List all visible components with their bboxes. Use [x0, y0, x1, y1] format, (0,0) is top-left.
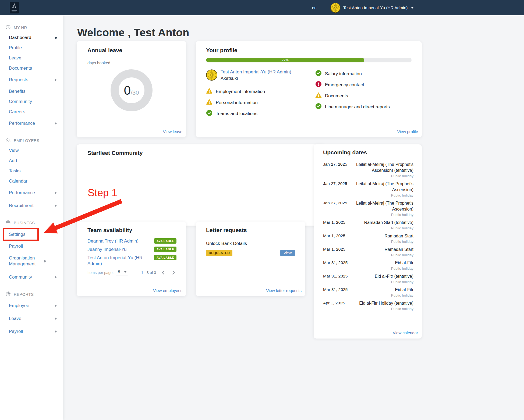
- annual-leave-title: Annual leave: [87, 47, 175, 54]
- checklist-label: Line manager and direct reports: [325, 104, 390, 110]
- sidebar-item-label: Settings: [9, 232, 35, 237]
- sidebar-item-label: Payroll: [9, 244, 57, 249]
- sidebar-item-label: Leave: [9, 55, 57, 61]
- sidebar-item-settings[interactable]: Settings: [4, 229, 37, 240]
- profile-name-link[interactable]: Test Anton Imperial-Yu (HR Admin): [221, 69, 291, 75]
- holiday-date: Mar 31, 2025: [323, 287, 350, 292]
- sidebar-item-profile[interactable]: Profile: [0, 43, 63, 53]
- holiday-type: Public holiday: [350, 266, 413, 270]
- team-member-link[interactable]: Jeanny Imperial-Yu: [87, 247, 127, 252]
- sidebar-item-community[interactable]: Community: [0, 97, 63, 107]
- team-member-link[interactable]: Deanna Troy (HR Admin): [87, 238, 139, 244]
- holiday-type: Public holiday: [350, 193, 413, 197]
- sidebar-item-organisation-management[interactable]: Organisation Management: [0, 251, 63, 271]
- sidebar: MY HR Dashboard Profile Leave Documents …: [0, 15, 63, 420]
- upcoming-date-row: Jan 27, 2025 Leilat al-Meiraj (The Proph…: [323, 181, 413, 197]
- sidebar-item-label: Tasks: [9, 168, 57, 174]
- holiday-type: Public holiday: [350, 280, 413, 284]
- holiday-name: Ramadan Start (tentative): [364, 220, 413, 225]
- sidebar-item-employee-reports[interactable]: Employee: [0, 299, 63, 312]
- starfleet-academy-logo-icon: [10, 2, 19, 13]
- previous-page-button[interactable]: [160, 270, 166, 276]
- view-leave-link[interactable]: View leave: [163, 129, 182, 134]
- holiday-date: Jan 27, 2025: [323, 181, 350, 186]
- upcoming-date-row: Apr 1, 2025 Eid al-Fitr Holiday (tentati…: [323, 300, 413, 311]
- chevron-right-icon: [55, 330, 57, 333]
- chevron-right-icon: [44, 260, 46, 262]
- holiday-name: Eid al-Fitr: [395, 287, 413, 292]
- profile-card: Your profile 77%: [196, 41, 422, 137]
- sidebar-item-requests[interactable]: Requests: [0, 73, 63, 86]
- sidebar-item-benefits[interactable]: Benefits: [0, 86, 63, 97]
- sidebar-item-leave-reports[interactable]: Leave: [0, 312, 63, 325]
- sidebar-item-careers[interactable]: Careers: [0, 107, 63, 117]
- view-letter-requests-link[interactable]: View letter requests: [266, 288, 302, 293]
- upcoming-date-row: Jan 27, 2025 Leilat al-Meiraj (The Proph…: [323, 200, 413, 217]
- holiday-date: Jan 27, 2025: [323, 200, 350, 205]
- holiday-date: Mar 31, 2025: [323, 273, 350, 279]
- view-calendar-link[interactable]: View calendar: [393, 330, 418, 335]
- sidebar-item-tasks[interactable]: Tasks: [0, 166, 63, 176]
- check-circle-icon: [315, 103, 322, 111]
- sidebar-item-documents[interactable]: Documents: [0, 63, 63, 73]
- sidebar-item-leave[interactable]: Leave: [0, 53, 63, 63]
- requested-status-badge: REQUESTED: [206, 250, 232, 256]
- checklist-label: Salary information: [325, 71, 362, 77]
- sidebar-item-label: Community: [9, 99, 57, 104]
- chevron-right-icon: [55, 122, 57, 125]
- briefcase-icon: [5, 220, 11, 226]
- sidebar-item-add[interactable]: Add: [0, 156, 63, 166]
- view-profile-link[interactable]: View profile: [397, 129, 418, 134]
- language-selector[interactable]: en: [312, 0, 317, 15]
- community-card: Starfleet Community: [77, 144, 325, 226]
- community-title: Starfleet Community: [87, 150, 315, 156]
- pie-chart-icon: [5, 291, 11, 297]
- holiday-date: Jan 27, 2025: [323, 162, 350, 167]
- holiday-type: Public holiday: [350, 240, 413, 244]
- sidebar-item-calendar[interactable]: Calendar: [0, 176, 63, 186]
- checklist-item: Personal information: [206, 99, 315, 106]
- sidebar-item-payroll[interactable]: Payroll: [0, 241, 63, 251]
- holiday-type: Public holiday: [350, 174, 413, 178]
- view-employees-link[interactable]: View employees: [153, 288, 182, 293]
- chevron-right-icon: [55, 304, 57, 307]
- upcoming-date-row: Mar 31, 2025 Eid al-Fitr (tentative) Pub…: [323, 273, 413, 284]
- sidebar-item-payroll-reports[interactable]: Payroll: [0, 325, 63, 338]
- view-letter-button[interactable]: View: [280, 250, 295, 256]
- hr-dashboard-page: en Test Anton Imperial-Yu (HR Admin): [0, 0, 524, 420]
- user-menu[interactable]: Test Anton Imperial-Yu (HR Admin): [330, 0, 414, 15]
- active-indicator-dot: [55, 37, 57, 39]
- pagination-range-label: 1 - 3 of 3: [141, 270, 156, 275]
- checklist-item: Documents: [315, 92, 412, 100]
- sidebar-item-performance[interactable]: Performance: [0, 117, 63, 130]
- team-member-link[interactable]: Test Anton Imperial-Yu (HR Admin): [87, 255, 145, 267]
- sidebar-item-view[interactable]: View: [0, 145, 63, 156]
- checklist-label: Personal information: [216, 100, 258, 105]
- sidebar-section-label: REPORTS: [14, 292, 34, 297]
- sidebar-item-community-business[interactable]: Community: [0, 271, 63, 284]
- sidebar-section-employees: EMPLOYEES: [0, 135, 63, 145]
- checklist-label: Emergency contact: [325, 82, 364, 88]
- holiday-name: Leilat al-Meiraj (The Prophet's Ascensio…: [356, 181, 413, 192]
- team-availability-card: Team availability Deanna Troy (HR Admin)…: [77, 222, 186, 296]
- holiday-name: Eid al-Fitr (tentative): [375, 274, 413, 279]
- pagination: Items per page: 5 1 - 3 of 3: [87, 269, 176, 276]
- team-member-row: Deanna Troy (HR Admin) AVAILABLE: [87, 238, 176, 244]
- letter-requests-card: Letter requests Unlock Bank Details REQU…: [196, 222, 305, 296]
- annual-leave-card: Annual leave days booked 0 /30 View leav…: [77, 41, 186, 137]
- items-per-page-value: 5: [118, 269, 120, 274]
- items-per-page-select[interactable]: 5: [116, 269, 128, 276]
- sidebar-item-dashboard[interactable]: Dashboard: [0, 33, 63, 43]
- annual-leave-subtitle: days booked: [87, 60, 175, 65]
- upcoming-dates-card: Upcoming dates Jan 27, 2025 Leilat al-Me…: [314, 144, 422, 339]
- sidebar-item-label: Requests: [9, 77, 55, 83]
- sidebar-item-performance-employees[interactable]: Performance: [0, 186, 63, 199]
- team-member-row: Jeanny Imperial-Yu AVAILABLE: [87, 247, 176, 252]
- checklist-label: Documents: [325, 93, 348, 99]
- sidebar-section-my-hr: MY HR: [0, 22, 63, 33]
- sidebar-item-label: Performance: [9, 121, 55, 126]
- sidebar-item-recruitment[interactable]: Recruitment: [0, 199, 63, 212]
- holiday-date: Apr 1, 2025: [323, 300, 350, 305]
- chevron-down-icon: [411, 7, 414, 9]
- next-page-button[interactable]: [171, 270, 176, 276]
